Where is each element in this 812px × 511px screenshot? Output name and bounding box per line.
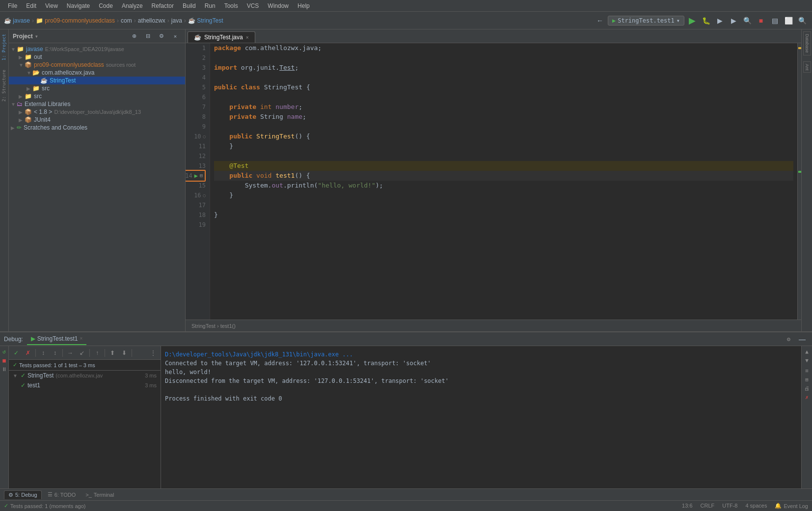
tree-item-javase[interactable]: ▼ 📁 javase E:\WorkSpace_IDEA2019\javase [9, 45, 185, 53]
tree-arrow-src-inner: ▶ [27, 86, 31, 91]
code-editor[interactable]: 1 2 3 4 5 6 7 8 9 10◌ 11 12 13 14 ▶ ⊞ [186, 43, 801, 320]
test-x-button[interactable]: ✗ [23, 348, 33, 358]
sort-duration-button[interactable]: ↕ [50, 348, 60, 358]
run-configuration[interactable]: ▶ StringTest.test1 ▾ [608, 16, 684, 26]
menu-help[interactable]: Help [294, 1, 314, 10]
stop-button[interactable]: ■ [755, 15, 767, 27]
collapse-all-btn[interactable]: ↙ [77, 348, 87, 358]
debug-button[interactable]: 🐛 [700, 15, 712, 27]
folder-icon-javase: 📁 [17, 46, 24, 53]
scroll-indicator[interactable] [797, 43, 801, 320]
menu-build[interactable]: Build [179, 1, 200, 10]
debug-minimize-button[interactable]: — [796, 333, 808, 345]
test-check-button[interactable]: ✓ [11, 348, 22, 358]
debug-left-icons: ↺ ■ ⏸ [0, 346, 9, 488]
console-output[interactable]: D:\developer_tools\Java\jdk\jdk8_131\bin… [161, 346, 801, 488]
profile-button[interactable]: ▶ [728, 15, 739, 27]
code-content[interactable]: package com.athellozwx.java; import org.… [210, 43, 797, 320]
settings-button[interactable]: ⚙ [156, 30, 167, 42]
expand-all-button[interactable]: → [65, 348, 76, 358]
navigate-back-button[interactable]: ← [594, 15, 606, 27]
stop-debug-icon[interactable]: ■ [0, 357, 8, 365]
menu-code[interactable]: Code [95, 1, 117, 10]
breadcrumb-javase[interactable]: ☕ javase [4, 17, 30, 24]
database-tab[interactable]: Database [803, 31, 811, 55]
import-button[interactable]: ⬆ [107, 348, 118, 358]
tree-item-out[interactable]: ▶ 📁 out [9, 53, 185, 61]
menu-refactor[interactable]: Refactor [148, 1, 178, 10]
tree-item-scratches[interactable]: ▶ ✏ Scratches and Consoles [9, 124, 185, 132]
tree-item-junit[interactable]: ▶ 📦 JUnit4 [9, 116, 185, 124]
prev-fail-button[interactable]: ↑ [92, 348, 103, 358]
find-button[interactable]: 🔍 [741, 15, 753, 27]
status-encoding[interactable]: UTF-8 [722, 503, 737, 509]
pause-icon[interactable]: ⏸ [0, 366, 8, 374]
run-button[interactable]: ▶ [686, 15, 698, 27]
ant-tab[interactable]: Ant [803, 61, 811, 73]
menu-tools[interactable]: Tools [220, 1, 242, 10]
breadcrumb-com[interactable]: com [121, 17, 132, 24]
status-indent[interactable]: 4 spaces [745, 503, 767, 509]
tab-close-button[interactable]: × [246, 35, 249, 40]
debug-tab-close[interactable]: × [80, 336, 82, 341]
debug-settings-button[interactable]: ⚙ [787, 336, 790, 343]
export-button[interactable]: ⬇ [119, 348, 130, 358]
tree-item-package[interactable]: ▼ 📂 com.athellozwx.java [9, 69, 185, 77]
locate-file-button[interactable]: ⊕ [128, 30, 140, 42]
layout-button[interactable]: ▤ [769, 15, 781, 27]
auto-scroll-icon[interactable]: ⊞ [803, 377, 811, 384]
structure-icon[interactable]: 2: Structure [0, 68, 8, 104]
code-line-7: private int number; [214, 102, 793, 112]
status-line-ending[interactable]: CRLF [701, 503, 715, 509]
console-line-3: hello, world! [165, 368, 797, 377]
menu-edit[interactable]: Edit [22, 1, 40, 10]
editor-tab-stringtest[interactable]: ☕ StringTest.java × [188, 31, 255, 43]
expand-button[interactable]: ⬜ [783, 15, 794, 27]
test-item-test1[interactable]: ✓ test1 3 ms [9, 380, 161, 390]
collapse-all-button[interactable]: ⊟ [142, 30, 154, 42]
tree-item-src-inner[interactable]: ▶ 📁 src [9, 84, 185, 92]
print-icon[interactable]: 🖨 [803, 385, 811, 393]
tree-item-stringtest[interactable]: ☕ StringTest [9, 77, 185, 84]
menu-window[interactable]: Window [264, 1, 293, 10]
bottom-tab-terminal[interactable]: >_ Terminal [81, 491, 118, 499]
rerun-icon[interactable]: ↺ [0, 349, 8, 356]
tree-item-src[interactable]: ▶ 📁 src [9, 92, 185, 100]
breadcrumb-stringtest[interactable]: ☕ StringTest [188, 17, 223, 24]
tree-arrow-src: ▶ [19, 94, 24, 99]
soft-wrap-icon[interactable]: ≡ [803, 368, 811, 376]
run-gutter-line-14[interactable]: 14 ▶ ⊞ [186, 170, 206, 182]
status-event-log[interactable]: 🔔 Event Log [775, 503, 808, 509]
clear-icon[interactable]: ✗ [803, 394, 811, 402]
coverage-button[interactable]: ▶ [714, 15, 726, 27]
close-panel-button[interactable]: × [169, 30, 181, 42]
tree-item-pro09[interactable]: ▼ 📦 pro09-commonlyusedclass sources root [9, 61, 185, 69]
menu-navigate[interactable]: Navigate [63, 1, 94, 10]
breadcrumb-java[interactable]: java [171, 17, 182, 24]
bottom-tab-todo[interactable]: ☰ 6: TODO [44, 490, 80, 499]
sort-alpha-button[interactable]: ↕ [38, 348, 49, 358]
status-bar: ✓ Tests passed: 1 (moments ago) 13:6 CRL… [0, 500, 812, 511]
run-options-icon: ⊞ [200, 171, 203, 181]
project-icon[interactable]: 1: Project [0, 32, 8, 62]
menu-vcs[interactable]: VCS [243, 1, 263, 10]
tree-item-extlib[interactable]: ▼ 🗂 External Libraries [9, 100, 185, 108]
tree-label-stringtest: StringTest [50, 77, 76, 84]
scroll-up-icon[interactable]: ▲ [803, 349, 811, 356]
tree-item-jdk[interactable]: ▶ 📦 < 1.8 > D:\developer_tools\Java\jdk\… [9, 108, 185, 116]
scroll-down-icon[interactable]: ▼ [803, 357, 811, 365]
code-line-14: public void test1() { [214, 171, 793, 181]
menu-file[interactable]: File [4, 1, 21, 10]
status-cursor[interactable]: 13:6 [682, 503, 692, 509]
debug-tab-stringtest[interactable]: ▶ StringTest.test1 × [27, 333, 87, 345]
menu-analyze[interactable]: Analyze [118, 1, 147, 10]
bottom-tab-debug[interactable]: ⚙ 5: Debug [4, 490, 42, 499]
breadcrumb-athellozwx[interactable]: athellozwx [138, 17, 165, 24]
menu-view[interactable]: View [41, 1, 62, 10]
breadcrumb-module[interactable]: 📁 pro09-commonlyusedclass [36, 17, 115, 24]
test-item-stringtest[interactable]: ▼ ✓ StringTest (com.athellozwx.jav 3 ms [9, 371, 161, 380]
menu-run[interactable]: Run [201, 1, 219, 10]
gutter-2: 2 [189, 53, 206, 63]
search-everywhere-button[interactable]: 🔍 [796, 15, 808, 27]
options-button[interactable]: ⋮ [148, 348, 159, 358]
